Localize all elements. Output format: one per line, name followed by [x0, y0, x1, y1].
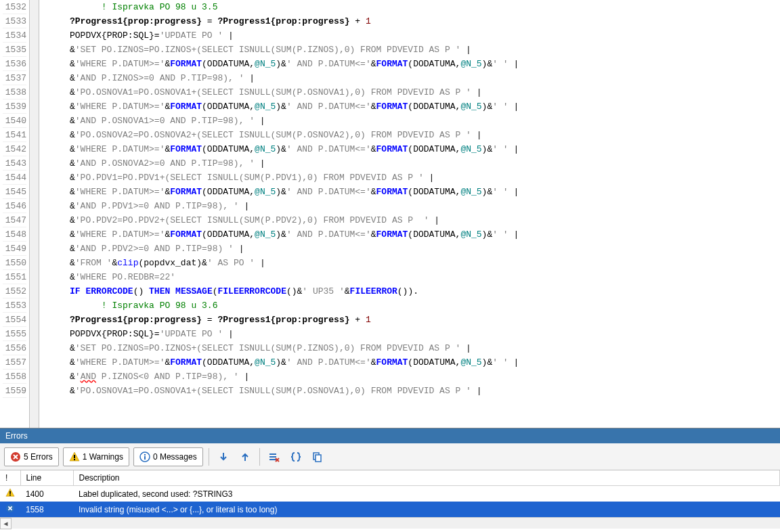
list-clear-icon [269, 451, 280, 462]
svg-rect-3 [74, 459, 75, 460]
error-line-number: 1400 [20, 486, 73, 502]
code-line[interactable]: &'PO.PDV2=PO.PDV2+(SELECT ISNULL(SUM(P.P… [43, 213, 780, 227]
errors-table[interactable]: ! Line Description 1400Label duplicated,… [0, 470, 780, 517]
code-line[interactable]: &'WHERE P.DATUM>='&FORMAT(ODDATUMA,@N_5)… [43, 227, 780, 242]
code-line[interactable]: &'WHERE P.DATUM>='&FORMAT(ODDATUMA,@N_5)… [43, 142, 780, 156]
line-number: 1538 [3, 85, 26, 99]
line-number: 1539 [3, 99, 26, 114]
line-number: 1549 [3, 242, 26, 256]
toolbar-divider [209, 448, 209, 466]
code-line[interactable]: POPDVX{PROP:SQL}='UPDATE PO ' | [43, 28, 780, 43]
warnings-count-label: 1 Warnings [83, 452, 123, 462]
next-error-button[interactable] [215, 448, 232, 466]
warning-icon [69, 451, 80, 462]
svg-rect-14 [9, 495, 11, 496]
warning-icon [0, 486, 20, 502]
code-line[interactable]: &'FROM '&clip(popdvx_dat)&' AS PO ' | [43, 256, 780, 270]
line-number: 1543 [3, 156, 26, 171]
line-number: 1546 [3, 199, 26, 213]
code-line[interactable]: &'AND P.IZNOS>=0 AND P.TIP=98), ' | [43, 71, 780, 85]
line-number-gutter: 1532153315341535153615371538153915401541… [0, 0, 30, 428]
copy-errors-button[interactable] [309, 448, 326, 466]
code-line[interactable]: &'WHERE PO.REDBR=22' [43, 270, 780, 284]
code-line[interactable]: IF ERRORCODE() THEN MESSAGE(FILEERRORCOD… [43, 284, 780, 298]
errors-count-label: 5 Errors [24, 452, 53, 462]
line-number: 1556 [3, 341, 26, 355]
code-line[interactable]: &'WHERE P.DATUM>='&FORMAT(ODDATUMA,@N_5)… [43, 355, 780, 370]
code-line[interactable]: &'AND P.PDV2>=0 AND P.TIP=98) ' | [43, 242, 780, 256]
line-number: 1552 [3, 284, 26, 298]
line-number: 1542 [3, 142, 26, 156]
code-line[interactable]: &'AND P.OSNOVA2>=0 AND P.TIP=98), ' | [43, 156, 780, 171]
info-icon [139, 451, 150, 462]
line-number: 1545 [3, 185, 26, 199]
line-number: 1537 [3, 71, 26, 85]
code-line[interactable]: POPDVX{PROP:SQL}='UPDATE PO ' | [43, 327, 780, 341]
errors-filter-pill[interactable]: 5 Errors [4, 447, 59, 466]
line-number: 1558 [3, 370, 26, 384]
svg-rect-7 [269, 453, 276, 455]
code-line[interactable]: &'PO.OSNOVA1=PO.OSNOVA1+(SELECT ISNULL(S… [43, 85, 780, 99]
code-line[interactable]: &'AND P.PDV1>=0 AND P.TIP=98), ' | [43, 199, 780, 213]
folding-margin [30, 0, 39, 428]
errors-toolbar: 5 Errors 1 Warnings 0 Messages [0, 443, 780, 470]
code-line[interactable]: ?Progress1{prop:progress} = ?Progress1{p… [43, 14, 780, 28]
goto-error-button[interactable] [287, 448, 305, 466]
svg-rect-2 [74, 455, 75, 458]
code-editor[interactable]: 1532153315341535153615371538153915401541… [0, 0, 780, 428]
errors-panel-title: Errors [0, 428, 780, 443]
line-number: 1553 [3, 298, 26, 313]
code-line[interactable]: ! Ispravka PO 98 u 3.6 [43, 298, 780, 313]
code-content[interactable]: ! Ispravka PO 98 u 3.5 ?Progress1{prop:p… [39, 0, 780, 428]
arrow-down-icon [218, 451, 229, 462]
code-line[interactable]: ?Progress1{prop:progress} = ?Progress1{p… [43, 313, 780, 327]
svg-point-5 [144, 453, 146, 455]
svg-rect-11 [316, 455, 321, 462]
code-line[interactable]: &'WHERE P.DATUM>='&FORMAT(ODDATUMA,@N_5)… [43, 185, 780, 199]
brackets-icon [290, 451, 301, 462]
line-number: 1535 [3, 43, 26, 57]
prev-error-button[interactable] [236, 448, 254, 466]
line-number: 1555 [3, 327, 26, 341]
error-description: Invalid string (misused <...> or {...}, … [73, 502, 780, 517]
code-line[interactable]: &'PO.OSNOVA2=PO.OSNOVA2+(SELECT ISNULL(S… [43, 128, 780, 142]
code-line[interactable]: &'WHERE P.DATUM>='&FORMAT(ODDATUMA,@N_5)… [43, 57, 780, 71]
line-number: 1536 [3, 57, 26, 71]
line-number: 1544 [3, 171, 26, 185]
line-number: 1557 [3, 355, 26, 370]
line-number: 1533 [3, 14, 26, 28]
error-icon [10, 451, 21, 462]
line-number: 1554 [3, 313, 26, 327]
code-line[interactable]: ! Ispravka PO 98 u 3.5 [43, 0, 780, 14]
messages-filter-pill[interactable]: 0 Messages [133, 447, 203, 466]
col-icon-header[interactable]: ! [0, 470, 20, 486]
errors-header-row: ! Line Description [0, 470, 780, 486]
error-description: Label duplicated, second used: ?STRING3 [73, 486, 780, 502]
clear-errors-button[interactable] [265, 448, 283, 466]
scroll-left-icon[interactable]: ◄ [0, 518, 12, 529]
horizontal-scrollbar[interactable]: ◄ [0, 517, 780, 529]
code-line[interactable]: &'SET PO.IZNOS=PO.IZNOS+(SELECT ISNULL(S… [43, 341, 780, 355]
error-row[interactable]: 1400Label duplicated, second used: ?STRI… [0, 486, 780, 502]
errors-panel: Errors 5 Errors 1 Warnings 0 Messages [0, 428, 780, 529]
col-line-header[interactable]: Line [20, 470, 73, 486]
error-row[interactable]: 1558Invalid string (misused <...> or {..… [0, 502, 780, 517]
line-number: 1548 [3, 227, 26, 242]
code-line[interactable]: &'WHERE P.DATUM>='&FORMAT(ODDATUMA,@N_5)… [43, 99, 780, 114]
code-line[interactable]: &'PO.PDV1=PO.PDV1+(SELECT ISNULL(SUM(P.P… [43, 171, 780, 185]
code-line[interactable]: &'AND P.OSNOVA1>=0 AND P.TIP=98), ' | [43, 114, 780, 128]
code-line[interactable]: &'PO.OSNOVA1=PO.OSNOVA1+(SELECT ISNULL(S… [43, 384, 780, 398]
col-description-header[interactable]: Description [73, 470, 780, 486]
messages-count-label: 0 Messages [153, 452, 197, 462]
line-number: 1534 [3, 28, 26, 43]
svg-rect-6 [144, 456, 146, 460]
error-icon [0, 502, 20, 517]
code-line[interactable]: &'AND P.IZNOS<0 AND P.TIP=98), ' | [43, 370, 780, 384]
svg-rect-13 [9, 491, 11, 493]
copy-icon [312, 451, 323, 462]
warnings-filter-pill[interactable]: 1 Warnings [63, 447, 129, 466]
line-number: 1547 [3, 213, 26, 227]
code-line[interactable]: &'SET PO.IZNOS=PO.IZNOS+(SELECT ISNULL(S… [43, 43, 780, 57]
line-number: 1532 [3, 0, 26, 14]
line-number: 1540 [3, 114, 26, 128]
